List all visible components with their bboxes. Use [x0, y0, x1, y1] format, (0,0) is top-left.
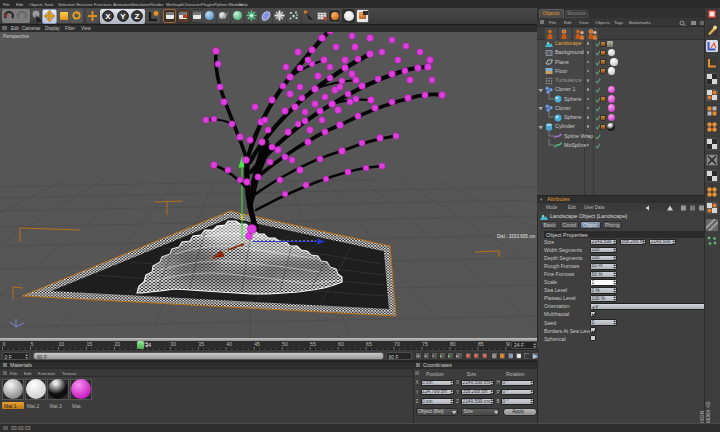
svg-text:Z: Z	[135, 12, 140, 21]
svg-text:10: 10	[58, 341, 64, 347]
svg-text:15: 15	[86, 341, 92, 347]
svg-text:30: 30	[170, 341, 176, 347]
svg-text:65: 65	[366, 341, 372, 347]
svg-text:35: 35	[198, 341, 204, 347]
svg-text:40: 40	[226, 341, 232, 347]
svg-text:90: 90	[506, 341, 510, 347]
svg-text:20: 20	[114, 341, 120, 347]
svg-text:45: 45	[254, 341, 260, 347]
svg-text:50: 50	[282, 341, 288, 347]
svg-text:55: 55	[310, 341, 316, 347]
svg-text:75: 75	[422, 341, 428, 347]
svg-text:70: 70	[394, 341, 400, 347]
svg-text:5: 5	[31, 341, 34, 347]
svg-text:X: X	[105, 12, 111, 21]
svg-text:60: 60	[338, 341, 344, 347]
svg-text:0: 0	[3, 341, 6, 347]
svg-text:85: 85	[478, 341, 484, 347]
svg-text:80: 80	[450, 341, 456, 347]
svg-text:Y: Y	[120, 12, 126, 21]
